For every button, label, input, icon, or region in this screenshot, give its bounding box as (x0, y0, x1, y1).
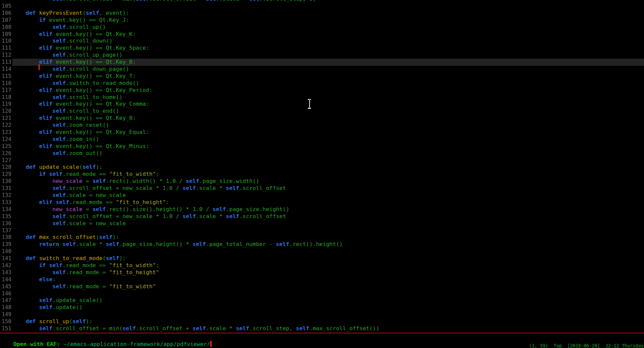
code-text[interactable]: elif event.key() == Qt.Key_Space: (12, 45, 644, 52)
code-text[interactable]: self.scroll_up() (12, 24, 644, 31)
code-text[interactable]: elif event.key() == Qt.Key_Comma: (12, 101, 644, 108)
code-text[interactable]: def scroll_up(self): (12, 318, 644, 325)
code-token: .scroll_up_page() (66, 52, 123, 58)
code-text[interactable] (12, 3, 644, 10)
code-text[interactable]: if event.key() == Qt.Key_J: (12, 17, 644, 24)
code-token: .rect().width() * 1.0 / (106, 178, 186, 184)
code-token: ( (79, 164, 83, 170)
code-token: .scale * (206, 325, 236, 332)
code-token (36, 318, 39, 325)
code-token (12, 283, 52, 290)
code-text[interactable]: self.zoom_reset() (12, 122, 644, 129)
code-token: if (39, 171, 46, 177)
line-number: 111 (0, 45, 12, 52)
code-text[interactable]: self.scale = new_scale (12, 192, 644, 199)
code-text[interactable]: self.scroll_down_page() (12, 66, 644, 73)
code-text[interactable]: self.update() (12, 304, 644, 311)
code-token (12, 213, 52, 219)
code-token (12, 241, 39, 247)
code-token (12, 115, 39, 121)
code-text[interactable]: elif event.key() == Qt.Key_Equal: (12, 129, 644, 136)
line-number: 122 (0, 122, 12, 129)
code-text[interactable] (12, 248, 644, 255)
code-text[interactable] (12, 311, 644, 318)
code-line: 148 self.update() (0, 304, 644, 311)
code-text[interactable]: self.scroll_offset = new_scale * 1.0 / s… (12, 213, 644, 220)
code-token: .scroll_offset = max( (66, 0, 136, 2)
line-number: 137 (0, 227, 12, 234)
code-text[interactable]: self.scroll_to_home() (12, 94, 644, 101)
line-number: 141 (0, 255, 12, 262)
code-token (46, 262, 49, 268)
code-token (12, 325, 39, 332)
code-text[interactable]: self.scroll_offset = new_scale * 1.0 / s… (12, 185, 644, 192)
code-token: event.key() == Qt.Key_Comma: (52, 101, 149, 107)
code-text[interactable]: if self.read_mode == "fit_to_width": (12, 262, 644, 269)
code-token: event.key() == Qt.Key_Equal: (52, 129, 149, 135)
code-token: ): (119, 255, 126, 261)
code-token: self (183, 213, 196, 219)
line-number: 135 (0, 213, 12, 220)
code-token (52, 199, 56, 205)
minibuffer[interactable]: Open with EAF: ~/emacs-application-frame… (0, 334, 644, 341)
code-text[interactable]: elif event.key() == Qt.Key_Period: (12, 87, 644, 94)
code-token (12, 199, 39, 205)
code-token: self (106, 241, 119, 247)
code-token (12, 164, 26, 170)
code-text[interactable]: new_scale = self.rect().width() * 1.0 / … (12, 178, 644, 185)
code-line: 105 (0, 3, 644, 10)
code-line: 106 def keyPressEvent(self, event): (0, 10, 644, 17)
code-text[interactable]: self.switch_to_read_mode() (12, 80, 644, 87)
code-token: , event): (99, 10, 129, 16)
code-text[interactable]: self.scale = new_scale (12, 220, 644, 227)
code-token (12, 45, 39, 51)
code-text[interactable]: self.read_mode = "fit_to_height" (12, 269, 644, 276)
code-token (12, 276, 39, 283)
code-token (12, 262, 39, 268)
code-text[interactable]: def update_scale(self): (12, 164, 644, 171)
line-number: 142 (0, 262, 12, 269)
code-line: 140 (0, 248, 644, 255)
code-token: scroll_up (39, 318, 69, 325)
code-text[interactable] (12, 290, 644, 297)
code-token (12, 255, 26, 261)
code-text[interactable]: def switch_to_read_mode(self): (12, 255, 644, 262)
code-area[interactable]: self.scroll_offset = max(self.scroll_off… (0, 0, 644, 332)
code-text[interactable]: self.scroll_up_page() (12, 52, 644, 59)
code-token: .scroll_offset (239, 185, 286, 191)
code-text[interactable]: self.update_scale() (12, 297, 644, 304)
code-text[interactable]: self.scroll_down() (12, 38, 644, 45)
code-text[interactable]: elif self.read_mode == "fit_to_height": (12, 199, 644, 206)
code-token (12, 52, 52, 58)
code-token: self (52, 122, 66, 128)
code-text[interactable]: elif event.key() == Qt.Key_0: (12, 115, 644, 122)
code-text[interactable]: def keyPressEvent(self, event): (12, 10, 644, 17)
code-token: self (213, 206, 226, 212)
code-token: "fit_to_height" (116, 199, 166, 205)
code-text[interactable]: self.zoom_out() (12, 150, 644, 157)
code-text[interactable]: def max_scroll_offset(self): (12, 234, 644, 241)
code-token: .scale = new_scale (66, 192, 126, 198)
code-text[interactable] (12, 157, 644, 164)
code-token: .scroll_offset (239, 213, 286, 219)
code-line: 138 def max_scroll_offset(self): (0, 234, 644, 241)
code-token: self (52, 94, 66, 100)
code-text[interactable]: elif event.key() == Qt.Key_K: (12, 31, 644, 38)
code-text[interactable]: self.scroll_offset = min(self.scroll_off… (12, 325, 644, 332)
code-token: self (226, 213, 239, 219)
code-token: self (52, 0, 66, 2)
code-text[interactable]: if self.read_mode == "fit_to_width": (12, 171, 644, 178)
code-token: self (52, 269, 66, 276)
code-text[interactable]: self.scroll_to_end() (12, 108, 644, 115)
code-text[interactable]: return self.scale * self.page_size.heigh… (12, 241, 644, 248)
code-token: "fit_to_height" (109, 269, 159, 276)
code-text[interactable] (12, 227, 644, 234)
code-token (12, 297, 39, 303)
code-text[interactable]: self.read_mode = "fit_to_width" (12, 283, 644, 290)
code-text[interactable]: elif event.key() == Qt.Key_T: (12, 73, 644, 80)
code-text[interactable]: elif event.key() == Qt.Key_B: (12, 59, 644, 66)
code-text[interactable]: else: (12, 276, 644, 283)
code-text[interactable]: self.zoom_in() (12, 136, 644, 143)
code-text[interactable]: new_scale = self.rect().size().height() … (12, 206, 644, 213)
code-text[interactable]: elif event.key() == Qt.Key_Minus: (12, 143, 644, 150)
